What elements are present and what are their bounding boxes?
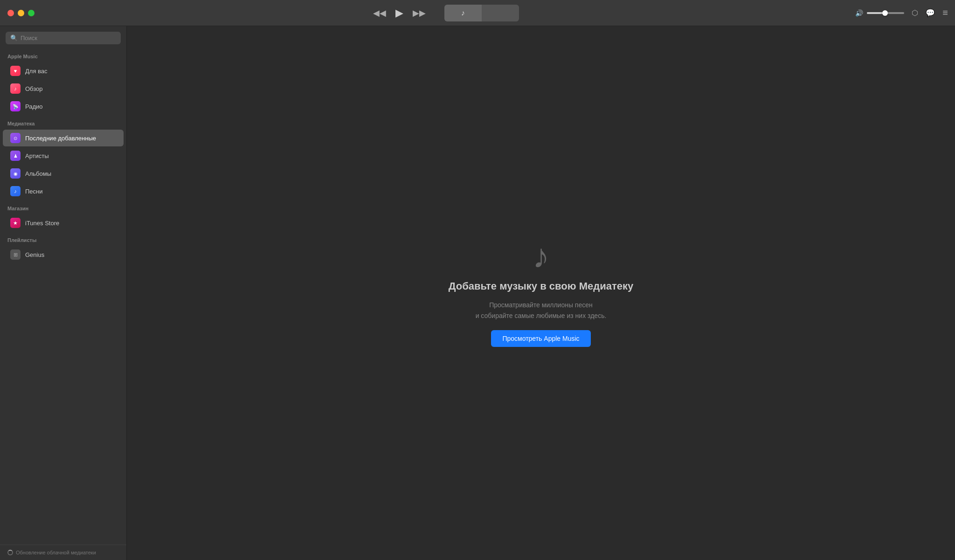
- nav-tabs: ♪: [444, 5, 519, 21]
- play-icon: ▶: [395, 7, 403, 19]
- tab-apple[interactable]: [482, 5, 519, 21]
- for-you-label: Для вас: [25, 68, 48, 75]
- sidebar-item-recently-added[interactable]: ⊙ Последние добавленные: [3, 130, 124, 146]
- browse-icon: ♪: [10, 83, 21, 94]
- radio-label: Радио: [25, 103, 43, 110]
- section-label-apple-music: Apple Music: [0, 52, 126, 62]
- sidebar-item-songs[interactable]: ♪ Песни: [3, 183, 124, 200]
- sidebar-item-itunes-store[interactable]: ★ iTunes Store: [3, 214, 124, 231]
- artists-icon: ♟: [10, 151, 21, 161]
- songs-icon: ♪: [10, 186, 21, 196]
- sidebar-item-browse[interactable]: ♪ Обзор: [3, 80, 124, 97]
- radio-icon: 📡: [10, 101, 21, 111]
- play-button[interactable]: ▶: [395, 7, 403, 19]
- bottom-status-text: Обновление облачной медиатеки: [16, 550, 96, 555]
- sidebar: 🔍 Apple Music ♥ Для вас ♪ Обзор 📡 Радио …: [0, 26, 127, 560]
- rewind-button[interactable]: ◀◀: [373, 8, 386, 18]
- empty-state: ♪ Добавьте музыку в свою Медиатеку Просм…: [449, 239, 633, 347]
- main-content: ♪ Добавьте музыку в свою Медиатеку Просм…: [127, 26, 955, 560]
- sidebar-item-artists[interactable]: ♟ Артисты: [3, 147, 124, 164]
- volume-slider[interactable]: [867, 12, 904, 14]
- fastforward-button[interactable]: ▶▶: [413, 8, 426, 18]
- itunes-store-label: iTunes Store: [25, 220, 59, 227]
- recently-added-label: Последние добавленные: [25, 135, 96, 142]
- empty-state-title: Добавьте музыку в свою Медиатеку: [449, 280, 633, 292]
- genius-label: Genius: [25, 251, 44, 258]
- loading-spinner-icon: [7, 550, 13, 555]
- artists-label: Артисты: [25, 152, 49, 159]
- app-body: 🔍 Apple Music ♥ Для вас ♪ Обзор 📡 Радио …: [0, 26, 955, 560]
- songs-label: Песни: [25, 188, 43, 195]
- tab-music[interactable]: ♪: [444, 5, 482, 21]
- search-bar[interactable]: 🔍: [6, 32, 121, 44]
- menu-button[interactable]: ≡: [942, 7, 948, 18]
- itunes-store-icon: ★: [10, 218, 21, 228]
- section-label-playlists: Плейлисты: [0, 235, 126, 246]
- for-you-icon: ♥: [10, 66, 21, 76]
- section-label-library: Медиатека: [0, 119, 126, 129]
- header-right: 🔊 ⬡ 💬 ≡: [855, 7, 948, 18]
- search-input[interactable]: [21, 35, 116, 41]
- sidebar-item-for-you[interactable]: ♥ Для вас: [3, 62, 124, 79]
- titlebar: ◀◀ ▶ ▶▶ ♪ 🔊 ⬡ 💬: [0, 0, 955, 26]
- music-note-tab-icon: ♪: [461, 9, 465, 17]
- recently-added-icon: ⊙: [10, 133, 21, 143]
- albums-icon: ◉: [10, 168, 21, 179]
- maximize-button[interactable]: [28, 10, 35, 16]
- rewind-icon: ◀◀: [373, 8, 386, 18]
- sidebar-item-radio[interactable]: 📡 Радио: [3, 98, 124, 115]
- lyrics-icon: 💬: [926, 9, 935, 17]
- menu-icon: ≡: [942, 7, 948, 18]
- volume-icon: 🔊: [855, 9, 863, 17]
- albums-label: Альбомы: [25, 170, 51, 177]
- sidebar-item-genius[interactable]: ⊞ Genius: [3, 246, 124, 263]
- minimize-button[interactable]: [18, 10, 24, 16]
- section-label-store: Магазин: [0, 204, 126, 214]
- window-controls: [7, 10, 35, 16]
- volume-fill: [867, 12, 883, 14]
- empty-state-subtitle: Просматривайте миллионы песен и собирайт…: [476, 300, 607, 321]
- sidebar-item-albums[interactable]: ◉ Альбомы: [3, 165, 124, 182]
- browse-apple-music-button[interactable]: Просмотреть Apple Music: [491, 330, 590, 347]
- volume-thumb: [882, 10, 888, 16]
- volume-area: 🔊: [855, 9, 904, 17]
- empty-music-note-icon: ♪: [533, 239, 549, 273]
- airplay-icon: ⬡: [912, 9, 918, 17]
- close-button[interactable]: [7, 10, 14, 16]
- airplay-button[interactable]: ⬡: [912, 8, 918, 18]
- sidebar-bottom-status: Обновление облачной медиатеки: [0, 545, 126, 560]
- fastforward-icon: ▶▶: [413, 8, 426, 18]
- lyrics-button[interactable]: 💬: [926, 8, 935, 18]
- browse-label: Обзор: [25, 85, 43, 92]
- genius-icon: ⊞: [10, 249, 21, 260]
- search-icon: 🔍: [10, 35, 18, 41]
